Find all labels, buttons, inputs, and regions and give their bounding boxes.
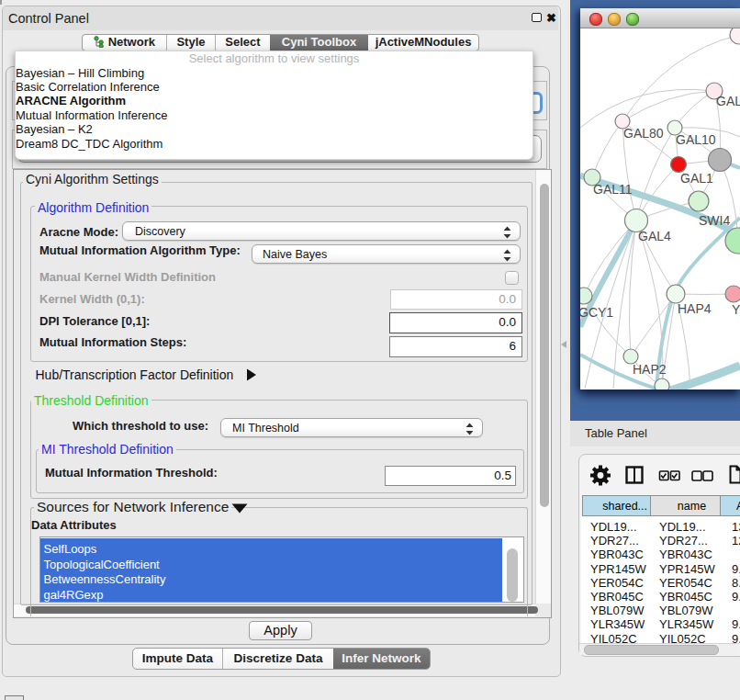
svg-text:GAL11: GAL11: [593, 182, 633, 197]
svg-text:GAL2: GAL2: [716, 94, 740, 108]
svg-text:SWI4: SWI4: [699, 213, 730, 228]
svg-text:GCY1: GCY1: [580, 305, 613, 320]
svg-text:GAL80: GAL80: [623, 126, 664, 141]
svg-text:HAP2: HAP2: [633, 362, 667, 377]
svg-text:GAL10: GAL10: [676, 132, 716, 147]
svg-text:YEL: YEL: [732, 302, 740, 317]
svg-text:HAP4: HAP4: [678, 301, 712, 316]
svg-text:GAL1: GAL1: [680, 171, 713, 186]
svg-text:GAL4: GAL4: [638, 229, 671, 243]
